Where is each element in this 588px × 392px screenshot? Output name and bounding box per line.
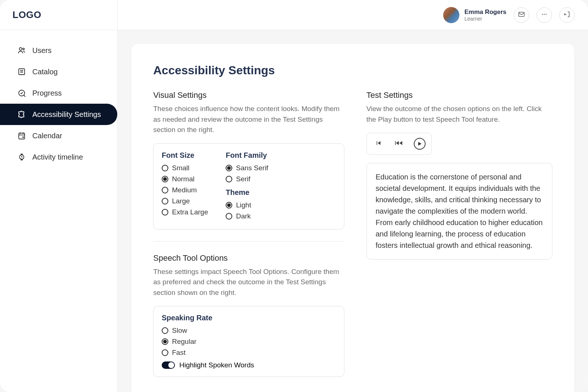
font-size-large[interactable]: Large (162, 196, 208, 207)
logo-area: LOGO (0, 0, 117, 30)
divider (153, 241, 344, 242)
highlight-toggle[interactable] (162, 361, 175, 369)
svg-point-14 (542, 14, 543, 15)
play-icon (414, 138, 426, 150)
sidebar-nav: Users Catalog Progress Accessibility Set… (0, 30, 117, 168)
rewind-icon (395, 140, 403, 148)
more-icon (541, 11, 548, 19)
svg-point-0 (19, 48, 22, 50)
svg-point-1 (23, 48, 24, 50)
users-icon (17, 46, 26, 55)
sidebar-item-users[interactable]: Users (0, 40, 117, 61)
svg-rect-17 (377, 141, 377, 145)
svg-rect-2 (19, 69, 25, 75)
svg-line-6 (24, 95, 25, 97)
font-size-medium[interactable]: Medium (162, 185, 208, 196)
logout-icon (563, 11, 571, 19)
progress-icon (17, 88, 26, 98)
sidebar-item-label: Activity timeline (32, 153, 83, 161)
play-controls (366, 133, 432, 155)
rate-slow[interactable]: Slow (162, 325, 336, 336)
sidebar-item-activity[interactable]: Activity timeline (0, 146, 117, 168)
speech-card: Speaking Rate Slow Regular Fast Highligh… (153, 306, 344, 377)
sidebar: LOGO Users Catalog Progress (0, 0, 118, 392)
user-block[interactable]: Emma Rogers Learner (443, 7, 506, 23)
skip-back-button[interactable] (370, 138, 387, 150)
catalog-icon (17, 67, 26, 76)
logo: LOGO (12, 9, 42, 21)
sidebar-item-label: Calendar (32, 132, 62, 140)
mail-icon (518, 11, 525, 19)
page-title: Accessibility Settings (153, 64, 552, 77)
app-root: LOGO Users Catalog Progress (0, 0, 588, 392)
theme-dark[interactable]: Dark (226, 211, 268, 222)
speech-section-title: Speech Tool Options (153, 253, 344, 263)
sidebar-item-accessibility[interactable]: Accessibility Settings (0, 104, 117, 125)
visual-section-desc: These choices influence how the content … (153, 104, 344, 135)
sidebar-item-calendar[interactable]: Calendar (0, 125, 117, 146)
logout-button[interactable] (559, 7, 575, 23)
topbar: Emma Rogers Learner (118, 0, 588, 30)
svg-point-15 (544, 14, 545, 15)
sidebar-item-label: Progress (32, 89, 62, 97)
watch-icon (17, 152, 26, 162)
font-size-small[interactable]: Small (162, 163, 208, 174)
rate-regular[interactable]: Regular (162, 336, 336, 347)
theme-light[interactable]: Light (226, 200, 268, 211)
test-section-title: Test Settings (366, 90, 552, 100)
font-family-sans[interactable]: Sans Serif (226, 163, 268, 174)
user-role: Learner (465, 16, 506, 22)
theme-heading: Theme (226, 188, 268, 197)
sidebar-item-progress[interactable]: Progress (0, 82, 117, 104)
svg-rect-7 (19, 133, 25, 139)
font-family-serif[interactable]: Serif (226, 174, 268, 185)
font-size-heading: Font Size (162, 151, 208, 160)
sidebar-item-label: Catalog (32, 68, 58, 76)
user-name: Emma Rogers (465, 8, 506, 16)
font-size-extra-large[interactable]: Extra Large (162, 207, 208, 218)
sidebar-item-label: Accessibility Settings (32, 110, 101, 119)
puzzle-icon (17, 110, 26, 119)
svg-point-16 (546, 14, 547, 15)
rewind-button[interactable] (390, 138, 408, 150)
main-area: Emma Rogers Learner (118, 0, 588, 392)
avatar (443, 7, 459, 23)
calendar-icon (17, 131, 26, 140)
mail-button[interactable] (514, 7, 529, 23)
font-size-normal[interactable]: Normal (162, 174, 208, 185)
speech-section-desc: These settings impact Speech Tool Option… (153, 267, 344, 298)
highlight-label: Highlight Spoken Words (179, 361, 254, 369)
visual-section-title: Visual Settings (153, 90, 344, 100)
font-family-heading: Font Family (226, 151, 268, 160)
sidebar-item-catalog[interactable]: Catalog (0, 61, 117, 82)
more-button[interactable] (537, 7, 552, 23)
sidebar-item-label: Users (32, 46, 51, 55)
svg-rect-18 (395, 141, 396, 145)
content: Accessibility Settings Visual Settings T… (118, 30, 588, 392)
settings-panel: Accessibility Settings Visual Settings T… (131, 43, 575, 392)
test-section-desc: View the outcome of the chosen options o… (366, 104, 552, 125)
speaking-rate-heading: Speaking Rate (162, 314, 336, 322)
svg-point-11 (23, 137, 24, 138)
play-button[interactable] (411, 138, 429, 150)
rate-fast[interactable]: Fast (162, 347, 336, 358)
preview-text: Education is the cornerstone of personal… (366, 163, 552, 260)
skip-back-icon (375, 140, 382, 148)
visual-card: Font Size Small Normal Medium Large Extr… (153, 143, 344, 229)
